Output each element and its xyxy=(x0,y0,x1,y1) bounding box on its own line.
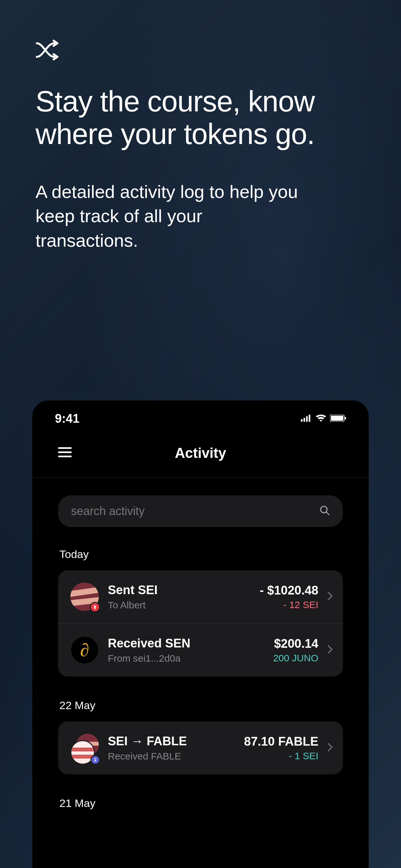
token-swap-icon xyxy=(70,734,99,762)
amount-primary: - $1020.48 xyxy=(259,584,318,597)
svg-rect-1 xyxy=(304,418,305,422)
activity-row[interactable]: Sent SEI To Albert - $1020.48 - 12 SEI xyxy=(58,570,343,623)
svg-rect-2 xyxy=(306,416,308,422)
amount-primary: 87.10 FABLE xyxy=(244,735,318,748)
token-sen-icon: ∂ xyxy=(70,636,99,664)
amount-primary: $200.14 xyxy=(273,637,318,651)
svg-rect-5 xyxy=(331,415,343,421)
search-bar[interactable] xyxy=(58,495,343,527)
swap-badge-icon xyxy=(90,755,100,765)
marketing-headline: Stay the course, know where your tokens … xyxy=(35,85,366,151)
activity-card: SEI → FABLE Received FABLE 87.10 FABLE -… xyxy=(58,721,343,774)
amount-secondary: - 1 SEI xyxy=(244,750,318,762)
svg-rect-6 xyxy=(345,417,346,420)
shuffle-icon xyxy=(35,39,366,63)
amount-secondary: 200 JUNO xyxy=(273,653,318,663)
chevron-right-icon xyxy=(328,645,333,655)
search-icon xyxy=(320,505,330,517)
activity-subtitle: From sei1...2d0a xyxy=(108,653,264,664)
activity-title: Received SEN xyxy=(108,637,264,650)
wifi-icon xyxy=(316,414,326,423)
section-label: 22 May xyxy=(58,699,343,712)
activity-row[interactable]: SEI → FABLE Received FABLE 87.10 FABLE -… xyxy=(58,721,343,774)
amount-secondary: - 12 SEI xyxy=(259,599,318,610)
sent-badge-icon xyxy=(90,602,100,612)
activity-subtitle: To Albert xyxy=(108,600,251,611)
activity-title: Sent SEI xyxy=(108,583,251,597)
section-label: Today xyxy=(58,548,343,561)
chevron-right-icon xyxy=(328,592,333,602)
app-header: Activity xyxy=(32,434,369,477)
svg-point-10 xyxy=(320,506,327,513)
search-input[interactable] xyxy=(71,504,320,518)
svg-rect-3 xyxy=(309,414,310,422)
battery-icon xyxy=(330,414,346,423)
token-sei-icon xyxy=(70,583,99,611)
phone-mockup: 9:41 Activity Today xyxy=(32,400,369,868)
signal-icon xyxy=(301,414,312,423)
svg-line-11 xyxy=(327,512,329,515)
statusbar: 9:41 xyxy=(32,400,369,434)
activity-card: Sent SEI To Albert - $1020.48 - 12 SEI ∂… xyxy=(58,570,343,677)
activity-title: SEI → FABLE xyxy=(108,734,235,748)
section-label: 21 May xyxy=(58,797,343,810)
statusbar-time: 9:41 xyxy=(55,412,80,426)
activity-subtitle: Received FABLE xyxy=(108,751,235,762)
page-title: Activity xyxy=(58,445,343,461)
chevron-right-icon xyxy=(328,743,333,753)
svg-rect-0 xyxy=(301,419,303,422)
activity-row[interactable]: ∂ Received SEN From sei1...2d0a $200.14 … xyxy=(58,623,343,677)
marketing-subhead: A detailed activity log to help you keep… xyxy=(35,180,300,253)
